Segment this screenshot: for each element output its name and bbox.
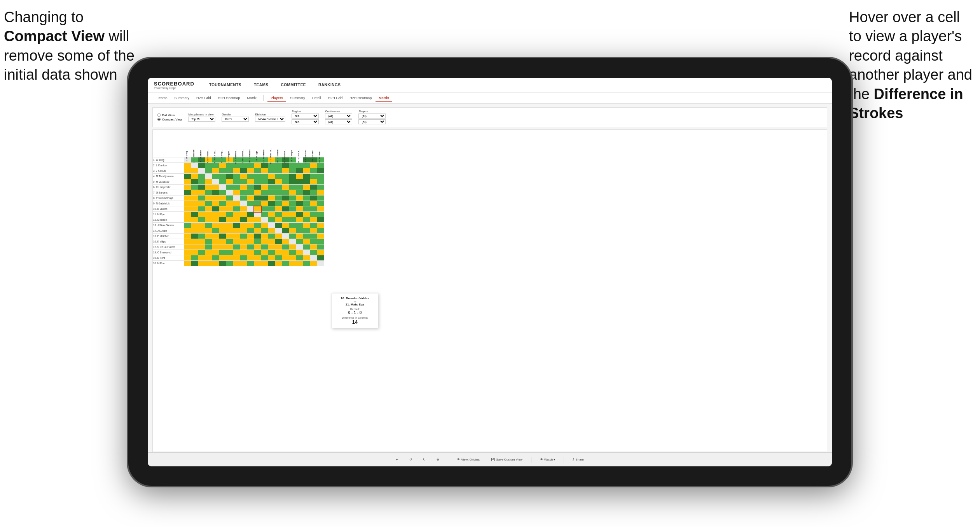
cell-6-14[interactable]: [282, 190, 289, 195]
cell-15-13[interactable]: [275, 239, 282, 244]
cell-10-11[interactable]: [261, 212, 268, 217]
cell-12-0[interactable]: [184, 223, 191, 228]
cell-17-10[interactable]: [254, 250, 261, 255]
cell-2-12[interactable]: [268, 168, 275, 174]
cell-5-12[interactable]: [268, 185, 275, 190]
cell-19-4[interactable]: [212, 261, 219, 266]
cell-10-18[interactable]: [310, 212, 317, 217]
cell-12-17[interactable]: [303, 223, 310, 228]
cell-16-16[interactable]: [296, 244, 303, 250]
cell-13-4[interactable]: [212, 228, 219, 234]
cell-4-13[interactable]: [275, 179, 282, 185]
cell-16-1[interactable]: [191, 244, 198, 250]
cell-18-19[interactable]: [317, 255, 324, 261]
cell-5-11[interactable]: [261, 185, 268, 190]
cell-18-16[interactable]: [296, 255, 303, 261]
cell-7-17[interactable]: [303, 195, 310, 201]
tab-players[interactable]: Players: [267, 94, 286, 102]
cell-11-11[interactable]: [261, 217, 268, 223]
cell-1-8[interactable]: [240, 163, 247, 168]
cell-7-14[interactable]: [282, 195, 289, 201]
cell-17-11[interactable]: [261, 250, 268, 255]
cell-3-5[interactable]: [219, 174, 226, 179]
cell-13-13[interactable]: [275, 228, 282, 234]
cell-4-12[interactable]: [268, 179, 275, 185]
cell-19-8[interactable]: [240, 261, 247, 266]
cell-14-18[interactable]: [310, 234, 317, 239]
cell-6-0[interactable]: [184, 190, 191, 195]
nav-teams[interactable]: TEAMS: [252, 82, 270, 88]
redo2-button[interactable]: ↻: [421, 457, 428, 462]
cell-12-3[interactable]: [205, 223, 212, 228]
cell-17-15[interactable]: [289, 250, 296, 255]
nav-committee[interactable]: COMMITTEE: [280, 82, 308, 88]
cell-18-13[interactable]: [275, 255, 282, 261]
cell-8-11[interactable]: [261, 201, 268, 206]
cell-18-14[interactable]: [282, 255, 289, 261]
cell-14-15[interactable]: [289, 234, 296, 239]
cell-16-18[interactable]: [310, 244, 317, 250]
cell-12-8[interactable]: [240, 223, 247, 228]
cell-2-4[interactable]: [212, 168, 219, 174]
share-button[interactable]: ⤴ Share: [570, 457, 586, 462]
cell-10-1[interactable]: [191, 212, 198, 217]
cell-8-2[interactable]: [198, 201, 205, 206]
cell-16-6[interactable]: [226, 244, 233, 250]
cell-16-19[interactable]: [317, 244, 324, 250]
cell-14-19[interactable]: [317, 234, 324, 239]
cell-1-4[interactable]: [212, 163, 219, 168]
cell-1-2[interactable]: [198, 163, 205, 168]
nav-rankings[interactable]: RANKINGS: [317, 82, 342, 88]
cell-13-0[interactable]: [184, 228, 191, 234]
cell-15-4[interactable]: [212, 239, 219, 244]
cell-19-15[interactable]: [289, 261, 296, 266]
cell-9-9[interactable]: [247, 206, 254, 212]
cell-12-19[interactable]: [317, 223, 324, 228]
cell-19-7[interactable]: [233, 261, 240, 266]
cell-15-18[interactable]: [310, 239, 317, 244]
cell-2-5[interactable]: [219, 168, 226, 174]
cell-5-3[interactable]: [205, 185, 212, 190]
cell-2-1[interactable]: [191, 168, 198, 174]
cell-13-11[interactable]: [261, 228, 268, 234]
cell-12-7[interactable]: [233, 223, 240, 228]
cell-15-16[interactable]: [296, 239, 303, 244]
cell-3-7[interactable]: [233, 174, 240, 179]
cell-10-0[interactable]: [184, 212, 191, 217]
cell-5-8[interactable]: [240, 185, 247, 190]
cell-9-19[interactable]: [317, 206, 324, 212]
cell-8-15[interactable]: [289, 201, 296, 206]
cell-16-9[interactable]: [247, 244, 254, 250]
cell-3-0[interactable]: [184, 174, 191, 179]
cell-15-7[interactable]: [233, 239, 240, 244]
cell-8-18[interactable]: [310, 201, 317, 206]
cell-4-14[interactable]: [282, 179, 289, 185]
cell-16-8[interactable]: [240, 244, 247, 250]
cell-4-0[interactable]: [184, 179, 191, 185]
cell-8-13[interactable]: [275, 201, 282, 206]
cell-13-12[interactable]: [268, 228, 275, 234]
cell-5-17[interactable]: [303, 185, 310, 190]
cell-15-17[interactable]: [303, 239, 310, 244]
cell-8-8[interactable]: [240, 201, 247, 206]
cell-1-11[interactable]: [261, 163, 268, 168]
cell-16-3[interactable]: [205, 244, 212, 250]
cell-18-0[interactable]: [184, 255, 191, 261]
cell-7-0[interactable]: [184, 195, 191, 201]
cell-11-8[interactable]: [240, 217, 247, 223]
tab-summary-2[interactable]: Summary: [287, 94, 308, 102]
cell-14-7[interactable]: [233, 234, 240, 239]
cell-12-4[interactable]: [212, 223, 219, 228]
cell-10-19[interactable]: [317, 212, 324, 217]
cell-14-6[interactable]: [226, 234, 233, 239]
cell-15-19[interactable]: [317, 239, 324, 244]
cell-12-1[interactable]: [191, 223, 198, 228]
cell-13-15[interactable]: [289, 228, 296, 234]
cell-10-14[interactable]: [282, 212, 289, 217]
cell-4-3[interactable]: [205, 179, 212, 185]
cell-5-0[interactable]: [184, 185, 191, 190]
cell-9-17[interactable]: [303, 206, 310, 212]
cell-1-5[interactable]: [219, 163, 226, 168]
cell-14-10[interactable]: [254, 234, 261, 239]
region-select-2[interactable]: N/A: [292, 119, 319, 124]
